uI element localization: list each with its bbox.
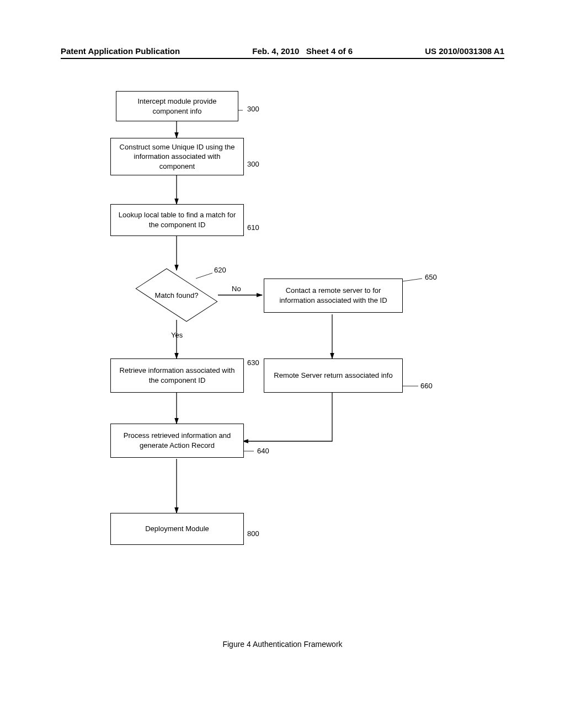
- connector-lines: [0, 77, 565, 585]
- flow-box-retrieve: Retrieve information associated with the…: [110, 358, 244, 393]
- branch-label-no: No: [232, 285, 241, 293]
- ref-label-610: 610: [247, 223, 259, 232]
- flow-box-contact-remote: Contact a remote server to for informati…: [264, 279, 403, 313]
- ref-label-650: 650: [425, 273, 437, 281]
- flow-box-lookup: Lookup local table to find a match for t…: [110, 204, 244, 236]
- header-center: Feb. 4, 2010 Sheet 4 of 6: [252, 46, 353, 56]
- flow-box-process: Process retrieved information and genera…: [110, 424, 244, 458]
- ref-label-640: 640: [257, 447, 269, 455]
- ref-label-300a: 300: [247, 105, 259, 113]
- flow-text: Retrieve information associated with the…: [116, 366, 238, 385]
- flow-box-remote-return: Remote Server return associated info: [264, 358, 403, 393]
- flow-box-construct-id: Construct some Unique ID using the infor…: [110, 138, 244, 175]
- flow-text: Intercept module provide component info: [122, 97, 232, 116]
- flow-text: Deployment Module: [145, 524, 209, 534]
- flow-box-deployment: Deployment Module: [110, 513, 244, 545]
- flow-box-intercept: Intercept module provide component info: [116, 91, 238, 121]
- flow-text: Contact a remote server to for informati…: [270, 286, 397, 305]
- flowchart-canvas: Intercept module provide component info …: [0, 77, 565, 585]
- flow-text: Remote Server return associated info: [274, 371, 392, 381]
- branch-label-yes: Yes: [171, 331, 183, 339]
- ref-label-620: 620: [214, 266, 226, 274]
- svg-line-13: [403, 279, 422, 281]
- ref-label-630: 630: [247, 358, 259, 367]
- header-right: US 2010/0031308 A1: [425, 46, 504, 56]
- flow-text: Lookup local table to find a match for t…: [116, 210, 238, 229]
- ref-label-300b: 300: [247, 160, 259, 168]
- header-left: Patent Application Publication: [61, 46, 180, 56]
- ref-label-660: 660: [420, 382, 433, 390]
- flow-text: Construct some Unique ID using the infor…: [116, 142, 238, 172]
- ref-label-800: 800: [247, 529, 259, 538]
- flow-text: Process retrieved information and genera…: [116, 431, 238, 450]
- figure-caption: Figure 4 Authentication Framework: [0, 640, 565, 649]
- decision-match-found: Match found?: [135, 270, 218, 320]
- page-header: Patent Application Publication Feb. 4, 2…: [61, 46, 504, 59]
